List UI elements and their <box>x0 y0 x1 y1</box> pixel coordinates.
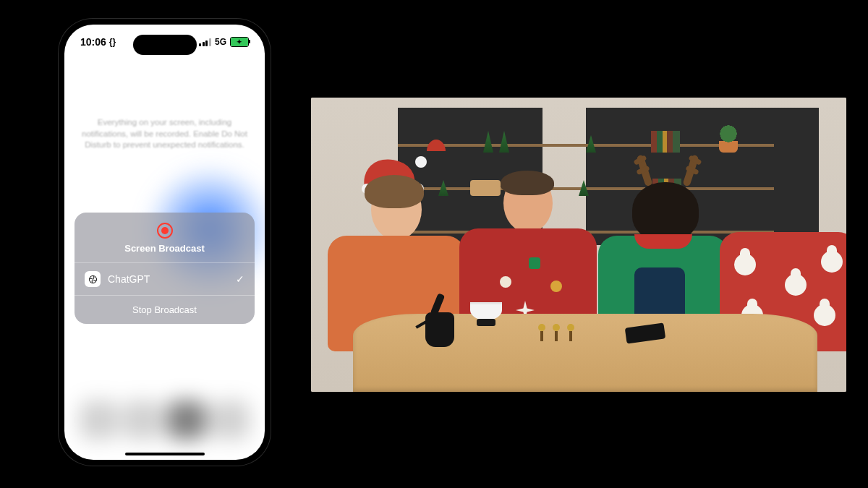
sheet-title: Screen Broadcast <box>75 243 255 254</box>
cellular-signal-icon <box>199 38 211 46</box>
broadcast-app-label: ChatGPT <box>108 273 229 285</box>
recording-disclaimer: Everything on your screen, including not… <box>77 117 252 151</box>
battery-icon: ✦ <box>230 37 249 47</box>
presenter-video-panel <box>311 98 846 392</box>
iphone-screen: 10:06 {} 5G ✦ Everything on your screen,… <box>64 25 265 460</box>
broadcast-app-row[interactable]: ChatGPT ✓ <box>75 262 255 295</box>
home-indicator[interactable] <box>125 453 205 455</box>
reindeer-antlers-icon <box>635 150 700 187</box>
record-icon <box>157 223 173 239</box>
iphone-frame: 10:06 {} 5G ✦ Everything on your screen,… <box>58 18 271 466</box>
screen-broadcast-sheet: Screen Broadcast ChatGPT ✓ Stop Broadcas… <box>75 213 255 324</box>
status-time: 10:06 <box>80 36 106 48</box>
chatgpt-app-icon <box>85 271 101 287</box>
kettle-prop <box>420 295 463 347</box>
presentation-stage: 10:06 {} 5G ✦ Everything on your screen,… <box>0 0 868 488</box>
stop-broadcast-button[interactable]: Stop Broadcast <box>75 295 255 324</box>
pour-over-cup-prop <box>469 302 503 324</box>
hand-bells-prop <box>535 320 586 341</box>
dev-mode-badge: {} <box>109 37 116 47</box>
checkmark-icon: ✓ <box>236 273 244 285</box>
network-type: 5G <box>215 37 226 47</box>
dynamic-island <box>133 35 197 55</box>
